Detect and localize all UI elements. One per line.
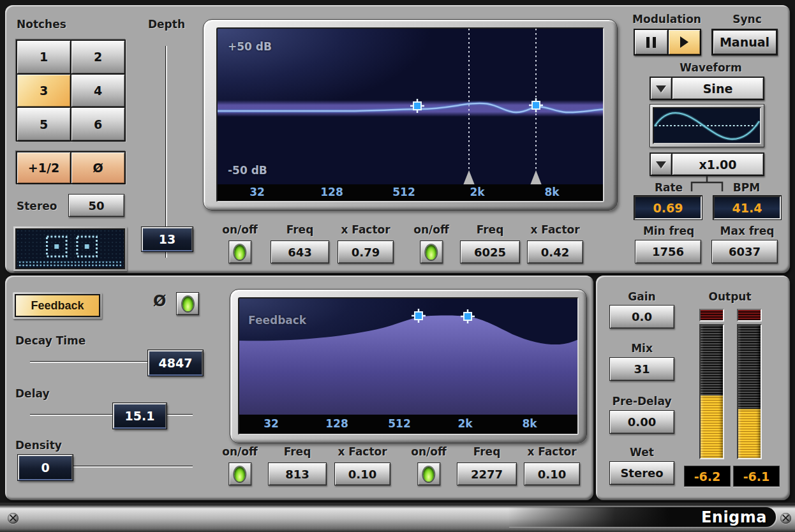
wet-label: Wet — [630, 446, 654, 459]
feedback-button[interactable]: Feedback — [15, 294, 100, 317]
chevron-down-icon — [656, 85, 666, 98]
feedback-graph-display[interactable]: Feedback 32 128 512 2k 8k — [238, 297, 579, 435]
modulation-pause-button[interactable] — [635, 30, 667, 54]
notch-count-button-1[interactable]: 1 — [17, 41, 70, 73]
phase-button[interactable]: Ø — [71, 152, 124, 183]
axis-tick-512: 512 — [392, 186, 415, 198]
notch1-onoff-button[interactable] — [228, 240, 251, 263]
waveform-shape-value[interactable]: Sine — [672, 78, 763, 99]
bpm-value-display[interactable]: 41.4 — [713, 196, 781, 219]
delay-slider-track[interactable] — [30, 414, 193, 416]
feedback2-freq-field[interactable]: 2277 — [457, 462, 517, 485]
feedback1-onoff-button[interactable] — [228, 462, 251, 485]
multiplier-value[interactable]: x1.00 — [672, 154, 763, 175]
notch-modifier-group: +1/2 Ø — [16, 151, 126, 184]
stereo-value-field[interactable]: 50 — [68, 194, 124, 217]
output-label: Output — [708, 290, 751, 303]
notch-count-button-2[interactable]: 2 — [71, 41, 124, 73]
notch-graph-axis: 32 128 512 2k 8k — [218, 184, 603, 201]
mix-label: Mix — [631, 342, 653, 355]
max-freq-label: Max freq — [720, 225, 775, 237]
notches-button-grid: 1 2 3 4 5 6 — [16, 40, 126, 142]
rate-multiplier-dropdown[interactable]: x1.00 — [650, 152, 764, 176]
axis-tick-2k: 2k — [470, 186, 484, 198]
stereo-image-display — [13, 226, 127, 271]
feedback1-freq-field[interactable]: 813 — [268, 462, 327, 485]
notch2-freq-field[interactable]: 6025 — [460, 240, 520, 263]
notch2-onoff-button[interactable] — [420, 240, 443, 263]
freq-label: Freq — [284, 445, 311, 458]
min-freq-label: Min freq — [643, 225, 694, 237]
max-freq-field[interactable]: 6037 — [711, 240, 778, 263]
multiplier-dropdown-arrow-button[interactable] — [651, 154, 672, 175]
feedback-onoff-button[interactable] — [176, 292, 199, 315]
chevron-down-icon — [656, 161, 666, 174]
rate-bpm-link-bracket — [689, 176, 725, 193]
feedback2-xfactor-field[interactable]: 0.10 — [524, 462, 580, 485]
notches-title: Notches — [17, 18, 66, 31]
notch1-freq-field[interactable]: 643 — [271, 240, 329, 263]
depth-slider-track[interactable] — [165, 46, 167, 258]
modulation-label: Modulation — [632, 13, 701, 26]
rate-value-display[interactable]: 0.69 — [634, 196, 702, 219]
min-freq-field[interactable]: 1756 — [635, 240, 701, 263]
feedback2-onoff-button[interactable] — [417, 462, 440, 485]
pre-delay-field[interactable]: 0.00 — [609, 410, 674, 434]
freq-label: Freq — [473, 445, 501, 458]
green-led-icon — [426, 245, 436, 260]
feedback1-xfactor-field[interactable]: 0.10 — [334, 462, 390, 485]
xfactor-label: x Factor — [527, 445, 576, 458]
xfactor-label: x Factor — [338, 445, 387, 458]
notch-count-button-4[interactable]: 4 — [71, 75, 124, 107]
notch2-xfactor-field[interactable]: 0.42 — [527, 240, 583, 263]
bpm-label: BPM — [733, 181, 760, 194]
notch-graph-display[interactable]: +50 dB -50 dB 32 128 512 2k 8k — [216, 27, 604, 202]
notch-graph-plot — [218, 29, 604, 188]
sync-mode-button[interactable]: Manual — [711, 29, 778, 55]
plus-half-button[interactable]: +1/2 — [17, 152, 70, 183]
green-led-icon — [234, 245, 245, 260]
xfactor-label: x Factor — [341, 223, 390, 236]
waveform-shape-dropdown[interactable]: Sine — [650, 77, 764, 100]
waveform-dropdown-arrow-button[interactable] — [651, 78, 672, 99]
feedback-phase-symbol: Ø — [153, 292, 166, 310]
delay-slider-handle[interactable]: 15.1 — [113, 403, 167, 429]
notch-count-button-6[interactable]: 6 — [71, 108, 124, 140]
feedback-button-frame: Feedback — [13, 292, 102, 319]
depth-slider-handle[interactable]: 13 — [142, 227, 193, 251]
green-led-icon — [234, 467, 245, 482]
output-meter-left — [699, 324, 724, 459]
notch-count-button-5[interactable]: 5 — [17, 108, 70, 140]
axis-tick-32: 32 — [249, 186, 265, 198]
meter-fill-left — [701, 395, 723, 458]
gain-field[interactable]: 0.0 — [609, 305, 674, 329]
graph-bottom-db-label: -50 dB — [228, 164, 267, 177]
graph-top-db-label: +50 dB — [228, 40, 272, 53]
modulation-section-panel: Notches 1 2 3 4 5 6 +1/2 Ø Stereo 50 — [5, 5, 790, 273]
depth-label: Depth — [148, 18, 185, 31]
stereo-dots-graphic — [17, 230, 124, 268]
mix-field[interactable]: 31 — [609, 357, 674, 381]
decay-time-slider-handle[interactable]: 4847 — [148, 350, 203, 376]
decay-time-label: Decay Time — [15, 334, 85, 347]
modulation-play-button[interactable] — [667, 30, 700, 54]
density-slider-handle[interactable]: 0 — [18, 455, 73, 480]
feedback-graph-axis: 32 128 512 2k 8k — [239, 415, 577, 434]
gain-label: Gain — [628, 290, 655, 303]
notch1-xfactor-field[interactable]: 0.79 — [338, 240, 394, 263]
axis-tick-2k: 2k — [457, 417, 472, 430]
axis-tick-8k: 8k — [544, 186, 559, 198]
sine-wave-graphic — [654, 108, 760, 143]
clip-indicator-right[interactable] — [737, 309, 762, 321]
wet-mode-field[interactable]: Stereo — [609, 461, 674, 485]
play-icon — [680, 36, 694, 48]
enigma-plugin-window: Notches 1 2 3 4 5 6 +1/2 Ø Stereo 50 — [0, 0, 795, 532]
onoff-label: on/off — [411, 445, 446, 458]
xfactor-label: x Factor — [530, 223, 579, 236]
notch-count-button-3-active[interactable]: 3 — [17, 75, 70, 107]
feedback-graph-frame: Feedback 32 128 512 2k 8k — [230, 289, 587, 443]
axis-tick-32: 32 — [264, 417, 279, 430]
brand-bar: Enigma — [0, 503, 795, 532]
brand-logo-pill: Enigma — [508, 507, 776, 527]
clip-indicator-left[interactable] — [699, 309, 724, 321]
